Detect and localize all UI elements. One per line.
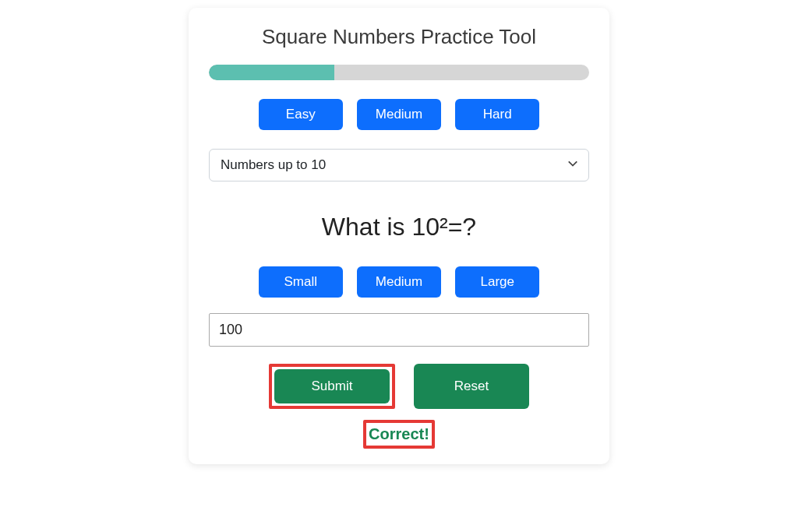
size-small-button[interactable]: Small (259, 266, 343, 298)
progress-fill (209, 65, 334, 80)
submit-button[interactable]: Submit (274, 369, 390, 403)
difficulty-hard-button[interactable]: Hard (455, 99, 539, 130)
submit-highlight: Submit (269, 364, 395, 409)
progress-bar (209, 65, 589, 80)
difficulty-medium-button[interactable]: Medium (357, 99, 441, 130)
range-select-wrap: Numbers up to 10 (209, 149, 589, 181)
difficulty-easy-button[interactable]: Easy (259, 99, 343, 130)
question-text: What is 10²=? (209, 213, 589, 241)
difficulty-row: Easy Medium Hard (209, 99, 589, 130)
action-row: Submit Reset (209, 364, 589, 409)
size-row: Small Medium Large (209, 266, 589, 298)
size-medium-button[interactable]: Medium (357, 266, 441, 298)
size-large-button[interactable]: Large (455, 266, 539, 298)
practice-card: Square Numbers Practice Tool Easy Medium… (189, 8, 609, 464)
reset-button[interactable]: Reset (414, 364, 529, 409)
feedback-highlight: Correct! (363, 420, 435, 449)
answer-input[interactable] (209, 313, 589, 347)
range-select[interactable]: Numbers up to 10 (209, 149, 589, 181)
feedback-text: Correct! (369, 425, 429, 442)
page-title: Square Numbers Practice Tool (209, 25, 589, 49)
